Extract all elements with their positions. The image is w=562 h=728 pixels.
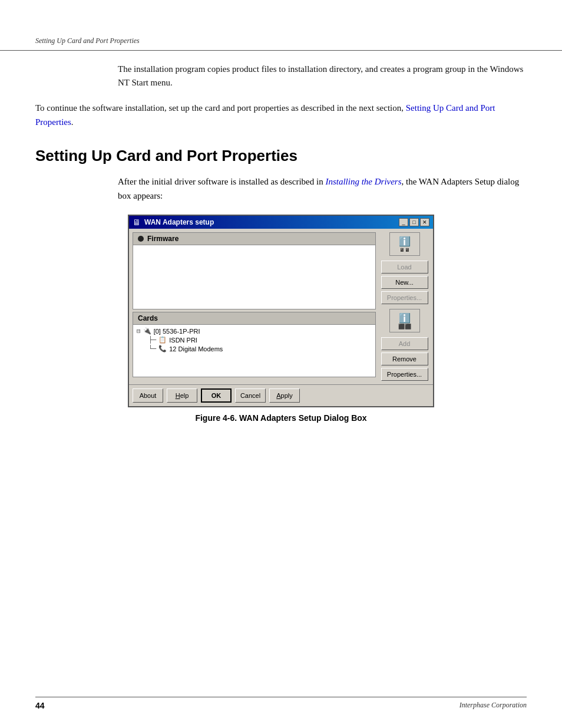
tree-child-1: ├─ 📋 ISDN PRI [148, 336, 372, 344]
tree-child-2: └─ 📞 12 Digital Modems [148, 345, 372, 353]
apply-button[interactable]: Apply [269, 388, 300, 403]
remove-button[interactable]: Remove [381, 353, 428, 365]
firmware-info-icon: ℹ️ 🖥🖥 [389, 232, 420, 256]
cards-header: Cards [133, 312, 376, 324]
firmware-area [133, 245, 376, 309]
cards-label: Cards [138, 314, 158, 322]
tree-root-item: ⊟ 🔌 [0] 5536-1P-PRI [137, 327, 372, 335]
load-button[interactable]: Load [381, 261, 428, 274]
dialog-right-panel: ℹ️ 🖥🖥 Load New... Properties... ℹ️ ⬛⬛ [379, 232, 429, 381]
modem-icon: 📞 [158, 345, 167, 353]
installing-drivers-link[interactable]: Installing the Drivers [325, 177, 401, 186]
about-button[interactable]: About [133, 388, 163, 403]
page-number: 44 [35, 701, 45, 710]
cards-icon-group: ℹ️ ⬛⬛ [389, 309, 420, 332]
intro-paragraph: The installation program copies product … [118, 62, 527, 89]
cards-section: Cards ⊟ 🔌 [0] 5536-1P-PRI [133, 312, 376, 377]
dialog-titlebar: 🖥 WAN Adapters setup _ □ ✕ [129, 216, 433, 229]
dialog-body: Firmware Cards ⊟ [129, 229, 433, 384]
dialog-title-icon: 🖥 [133, 218, 141, 227]
firmware-dot [138, 236, 144, 242]
firmware-label: Firmware [147, 235, 178, 243]
firmware-properties-button[interactable]: Properties... [381, 291, 428, 304]
dialog-footer: About Help OK Cancel Apply [129, 384, 433, 406]
dialog-left-panel: Firmware Cards ⊟ [133, 232, 376, 381]
cards-properties-button[interactable]: Properties... [381, 368, 428, 381]
help-underline: Help [176, 392, 189, 399]
close-button[interactable]: ✕ [420, 218, 429, 226]
tree-root-icon: 🔌 [143, 327, 151, 335]
cards-tree: ⊟ 🔌 [0] 5536-1P-PRI ├─ 📋 ISDN PRI [133, 325, 375, 356]
cards-info-icon: ℹ️ ⬛⬛ [389, 309, 420, 332]
intro-block: The installation program copies product … [118, 62, 527, 89]
company-name: Interphase Corporation [459, 701, 527, 710]
page-header: Setting Up Card and Port Properties [0, 0, 562, 51]
minimize-button[interactable]: _ [399, 218, 408, 226]
cancel-button[interactable]: Cancel [235, 388, 266, 403]
wan-adapters-dialog: 🖥 WAN Adapters setup _ □ ✕ [128, 215, 434, 407]
isdn-icon: 📋 [158, 336, 167, 344]
tree-child1-label: ISDN PRI [169, 337, 197, 344]
help-button[interactable]: Help [167, 388, 197, 403]
page-footer: 44 Interphase Corporation [35, 697, 527, 710]
cards-area: ⊟ 🔌 [0] 5536-1P-PRI ├─ 📋 ISDN PRI [133, 324, 376, 377]
figure-caption: Figure 4-6. WAN Adapters Setup Dialog Bo… [35, 413, 527, 423]
section-intro: After the initial driver software is ins… [118, 174, 527, 203]
continue-paragraph: To continue the software installation, s… [35, 101, 527, 129]
tree-root-label: [0] 5536-1P-PRI [154, 328, 200, 335]
dialog-wrapper: 🖥 WAN Adapters setup _ □ ✕ [128, 215, 434, 407]
header-title: Setting Up Card and Port Properties [35, 37, 140, 45]
apply-underline: Apply [276, 392, 293, 399]
main-content: The installation program copies product … [0, 62, 562, 423]
tree-child2-label: 12 Digital Modems [169, 345, 223, 353]
titlebar-left: 🖥 WAN Adapters setup [133, 218, 214, 227]
add-button[interactable]: Add [381, 337, 428, 350]
section-title: Setting Up Card and Port Properties [35, 147, 527, 165]
page: Setting Up Card and Port Properties The … [0, 0, 562, 728]
ok-button[interactable]: OK [201, 388, 232, 403]
firmware-icon-group: ℹ️ 🖥🖥 [389, 232, 420, 256]
new-button[interactable]: New... [381, 276, 428, 289]
maximize-button[interactable]: □ [409, 218, 419, 226]
dialog-title-text: WAN Adapters setup [144, 218, 214, 226]
firmware-header: Firmware [133, 232, 376, 245]
titlebar-buttons: _ □ ✕ [399, 218, 429, 226]
